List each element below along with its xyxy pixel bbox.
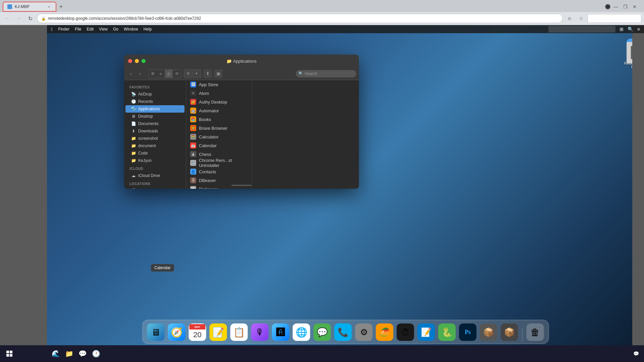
menubar-grid-icon[interactable]: ⊞ [620, 26, 624, 32]
menu-view[interactable]: View [99, 27, 108, 32]
app-item-calculator[interactable]: 🧮 Calculator [186, 132, 252, 141]
sidebar-item-kejyun[interactable]: 📁 KeJyun [125, 157, 184, 164]
recents-icon: 🕐 [131, 99, 136, 104]
taskbar-clock[interactable]: 🕐 [90, 348, 102, 360]
action-btn[interactable]: ▣ [214, 70, 222, 78]
appstore-icon: 🅰 [190, 81, 196, 87]
dock-calendar[interactable]: MAY 20 [188, 323, 207, 342]
finder-body: Favorites 📡 AirDrop 🕐 Recents 🔩 Applicat… [124, 80, 359, 189]
share-btn[interactable]: ⬆ [204, 70, 212, 78]
view-column-btn[interactable]: ||| [165, 70, 173, 78]
app-item-books[interactable]: 📚 Books [186, 115, 252, 124]
app-item-authy[interactable]: 🔐 Authy Desktop [186, 98, 252, 106]
dock-reminders[interactable]: 📋 [230, 323, 249, 342]
taskbar-line[interactable]: 💬 [76, 348, 89, 360]
taskbar-right: 💬 [632, 350, 644, 358]
sidebar-item-icloud[interactable]: ☁ iCloud Drive [125, 172, 184, 179]
app-item-atom[interactable]: ⚛ Atom [186, 89, 252, 98]
taskbar-edge[interactable]: 🌊 [50, 348, 62, 360]
window-restore-btn[interactable]: ❐ [621, 3, 629, 11]
sidebar-item-desktop[interactable]: 🖥 Desktop [125, 113, 184, 120]
app-item-appstore[interactable]: 🅰 App Store [186, 80, 252, 89]
view-list-btn[interactable]: ≡ [157, 70, 165, 78]
search-input[interactable] [305, 71, 354, 76]
start-square-1 [6, 351, 9, 353]
forward-btn[interactable]: → [14, 14, 23, 23]
browser-tab[interactable]: KJ-MBP × [3, 2, 56, 12]
sidebar-item-downloads[interactable]: ⬇ Downloads [125, 127, 184, 135]
arrange-btn[interactable]: ⚙ [184, 70, 192, 78]
dock-appstore[interactable]: 🅰 [271, 323, 290, 342]
view-icon-btn[interactable]: ⊞ [149, 70, 157, 78]
sidebar-item-document[interactable]: 📁 document [125, 142, 184, 149]
menu-help[interactable]: Help [144, 27, 152, 32]
tab-close-btn[interactable]: × [46, 4, 52, 9]
open-external-btn[interactable]: ⎋ [565, 14, 574, 23]
dock-app2[interactable]: 🐍 [438, 323, 457, 342]
dock-sysprefs[interactable]: ⚙ [355, 323, 373, 342]
menubar-list-icon[interactable]: ≡ [637, 26, 640, 32]
calendar-icon: 📅 [190, 142, 196, 148]
dock-app3[interactable]: 📦 [479, 323, 498, 342]
dock-photoshop[interactable]: Ps [459, 323, 477, 342]
finder-title: 📁 Applications [226, 59, 257, 64]
apple-logo[interactable]:  [51, 26, 53, 32]
address-bar[interactable]: 🔒 remotedesktop.google.com/access/sessio… [37, 14, 563, 23]
window-close-btn[interactable]: ✕ [631, 3, 639, 11]
dock-line[interactable]: 💬 [313, 323, 332, 342]
arrange-dropdown-btn[interactable]: ▾ [193, 70, 201, 78]
sidebar-item-documents[interactable]: 📄 Documents [125, 120, 184, 127]
dock-trash[interactable]: 🗑 [526, 323, 545, 342]
bookmark-btn[interactable]: ☆ [576, 14, 586, 23]
dock-notes[interactable]: 📝 [209, 323, 228, 342]
menu-file[interactable]: File [75, 27, 81, 32]
app-item-chrome-uninstaller[interactable]: 🔧 Chrome Rem...st Uninstaller [186, 159, 252, 167]
dock-chrome[interactable]: 🌐 [292, 323, 311, 342]
finder-back-btn[interactable]: ‹ [127, 70, 135, 78]
browser-toolbar: ← → ↻ 🔒 remotedesktop.google.com/access/… [0, 12, 644, 25]
app-item-contacts[interactable]: 👤 Contacts [186, 167, 252, 176]
finder-view-group: ⊞ ≡ ||| ⊟ [148, 69, 181, 78]
dock-podcasts[interactable]: 🎙 [251, 323, 269, 342]
finder-maximize-btn[interactable] [142, 59, 146, 63]
taskbar-notification-icon[interactable]: 💬 [632, 350, 640, 358]
menu-finder[interactable]: Finder [58, 27, 69, 32]
finder-search[interactable]: 🔍 [296, 70, 356, 77]
menu-window[interactable]: Window [124, 27, 138, 32]
start-area[interactable] [0, 345, 47, 362]
finder-forward-btn[interactable]: › [136, 70, 144, 78]
taskbar-files[interactable]: 📁 [63, 348, 75, 360]
app-item-brave[interactable]: 🦁 Brave Browser [186, 124, 252, 132]
app-item-automator[interactable]: 🤖 Automator [186, 106, 252, 115]
browser-chrome: KJ-MBP × + — ❐ ✕ ← → ↻ 🔒 remotedesktop.g… [0, 0, 644, 25]
code-folder-icon: 📁 [131, 150, 136, 156]
sidebar-item-applications[interactable]: 🔩 Applications [125, 105, 184, 113]
finder-close-btn[interactable] [128, 59, 132, 63]
dock-vscode[interactable]: 📝 [417, 323, 436, 342]
dock-skype[interactable]: 📞 [334, 323, 353, 342]
refresh-btn[interactable]: ↻ [25, 14, 35, 23]
sidebar-item-code[interactable]: 📁 Code [125, 149, 184, 157]
menu-edit[interactable]: Edit [87, 27, 94, 32]
sidebar-item-screenshot[interactable]: 📁 screenshot [125, 135, 184, 142]
menubar-search[interactable] [548, 26, 615, 33]
start-button[interactable] [5, 350, 13, 358]
menubar-search-icon[interactable]: 🔍 [628, 26, 633, 32]
sidebar-item-airdrop[interactable]: 📡 AirDrop [125, 90, 184, 98]
dock-klokki[interactable]: ⏱ [396, 323, 415, 342]
menu-go[interactable]: Go [113, 27, 118, 32]
back-btn[interactable]: ← [3, 14, 12, 23]
sidebar-item-recents[interactable]: 🕐 Recents [125, 98, 184, 105]
new-tab-btn[interactable]: + [56, 2, 66, 11]
dock-finder[interactable]: 🖥 [147, 323, 165, 342]
finder-minimize-btn[interactable] [135, 59, 139, 63]
dock-safari[interactable]: 🧭 [167, 323, 186, 342]
app-item-calendar[interactable]: 📅 Calendar [186, 141, 252, 150]
dock-app1[interactable]: 🥭 [375, 323, 394, 342]
start-square-2 [10, 351, 12, 353]
calculator-icon: 🧮 [190, 134, 196, 140]
app-item-chess[interactable]: ♟ Chess [186, 150, 252, 159]
dock-app4[interactable]: 📦 [500, 323, 519, 342]
view-gallery-btn[interactable]: ⊟ [173, 70, 181, 78]
window-minimize-btn[interactable]: — [612, 3, 620, 11]
